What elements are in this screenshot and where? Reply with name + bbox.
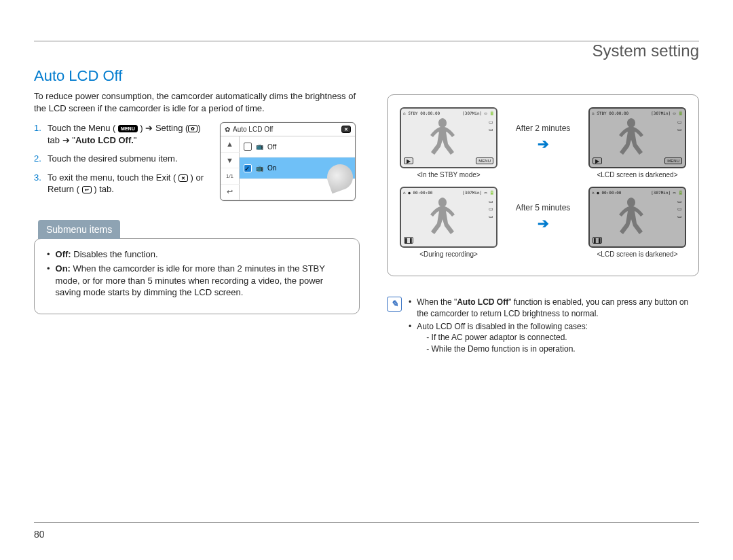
- menu-row-off-label: Off: [267, 143, 276, 151]
- note1-a: When the ": [417, 297, 457, 307]
- caption-dark: <LCD screen is darkened>: [588, 171, 686, 179]
- lcd-rec-time: 00:00:00: [413, 190, 432, 195]
- lcd-rec-dark: ⌂ ● 00:00:00 [307Min] ▭ 🔋 ▭▭▭ ❚❚: [588, 187, 686, 248]
- gear-icon: ✿: [225, 126, 230, 133]
- note-block: ✎ When the "Auto LCD Off" function is en…: [387, 297, 699, 356]
- pause-icon: ❚❚: [593, 237, 602, 244]
- menu-screenshot: ✿ Auto LCD Off ✕ ▲ ▼ 1/1 ↩: [220, 122, 356, 201]
- gear-icon: ✿: [188, 125, 198, 132]
- lcd-stby: ⌂ STBY 00:00:00 [307Min] ▭ 🔋 ▭▭ ▶ MENU: [400, 107, 497, 168]
- after-5-min-label: After 5 minutes: [516, 203, 571, 212]
- caption-rec: <During recording>: [400, 250, 497, 258]
- lcd-remain: [307Min]: [462, 190, 482, 195]
- caption-stby: <In the STBY mode>: [400, 171, 497, 179]
- return-icon: ↩: [82, 186, 92, 193]
- nav-up: ▲: [221, 136, 240, 153]
- menu-icon: MENU: [118, 125, 138, 132]
- lcd-remain: [307Min]: [651, 190, 671, 195]
- lcd-stby-time: STBY 00:00:00: [597, 111, 628, 115]
- steps-list: 1. Touch the Menu ( MENU ) ➔ Setting (✿)…: [34, 122, 210, 202]
- lcd-remain: [307Min]: [651, 111, 671, 115]
- exit-icon: ✕: [178, 174, 188, 182]
- lcd-menu: MENU: [664, 157, 682, 164]
- arrow-icon: ➔: [538, 215, 549, 231]
- step3-part-a: To exit the menu, touch the Exit (: [48, 172, 176, 183]
- page-number: 80: [34, 529, 45, 540]
- feature-intro: To reduce power consumption, the camcord…: [34, 90, 360, 114]
- lcd-rec-time: 00:00:00: [601, 190, 621, 195]
- nav-mid: 1/1: [221, 168, 240, 185]
- step3-part-c: ) tab.: [94, 184, 114, 194]
- diagram-box: ⌂ STBY 00:00:00 [307Min] ▭ 🔋 ▭▭ ▶ MENU A…: [387, 94, 699, 276]
- step2-text: Touch the desired submenu item.: [48, 153, 178, 165]
- submenu-heading: Submenu items: [38, 220, 120, 239]
- submenu-on-label: On:: [56, 263, 71, 274]
- lcd-stby-dark: ⌂ STBY 00:00:00 [307Min] ▭ 🔋 ▭▭ ▶ MENU: [588, 107, 686, 168]
- note-icon: ✎: [387, 297, 402, 312]
- lcd-menu: MENU: [476, 157, 493, 164]
- step1-part-g: ": [134, 135, 137, 145]
- pause-icon: ❚❚: [404, 237, 413, 244]
- play-icon: ▶: [404, 157, 413, 164]
- submenu-off-label: Off:: [56, 249, 71, 259]
- arrow-icon: ➔: [145, 123, 153, 133]
- step1-bold: Auto LCD Off.: [75, 135, 134, 145]
- section-title: System setting: [34, 41, 699, 60]
- lcd-rec: ⌂ ● 00:00:00 [307Min] ▭ 🔋 ▭▭▭ ❚❚: [400, 187, 497, 248]
- after-2-min-label: After 2 minutes: [516, 124, 571, 133]
- menu-row-off: 📺 Off: [240, 136, 355, 157]
- submenu-off-text: Disables the function.: [71, 249, 158, 259]
- step1-part-a: Touch the Menu (: [48, 123, 115, 133]
- note2-sub-a: If the AC power adaptor is connected.: [426, 332, 588, 343]
- nav-return: ↩: [221, 185, 240, 201]
- lcd-stby-time: STBY 00:00:00: [408, 111, 440, 115]
- menu-title-text: Auto LCD Off: [233, 126, 273, 133]
- submenu-on-text: When the camcorder is idle for more than…: [56, 263, 325, 297]
- lcd-remain: [307Min]: [462, 111, 482, 115]
- step1-part-c: Setting (: [155, 123, 188, 133]
- play-icon: ▶: [593, 157, 602, 164]
- note2-text: Auto LCD Off is disabled in the followin…: [417, 322, 588, 331]
- caption-dark: <LCD screen is darkened>: [588, 250, 686, 258]
- note1-bold: Auto LCD Off: [457, 297, 508, 307]
- submenu-box: Off: Disables the function. On: When the…: [34, 238, 360, 314]
- close-icon: ✕: [341, 126, 351, 133]
- arrow-icon: ➔: [62, 135, 70, 145]
- note2-sub-b: While the Demo function is in operation.: [426, 343, 588, 355]
- feature-title: Auto LCD Off: [34, 67, 360, 85]
- nav-down: ▼: [221, 153, 240, 169]
- arrow-icon: ➔: [538, 136, 549, 152]
- menu-row-on-label: On: [267, 164, 276, 172]
